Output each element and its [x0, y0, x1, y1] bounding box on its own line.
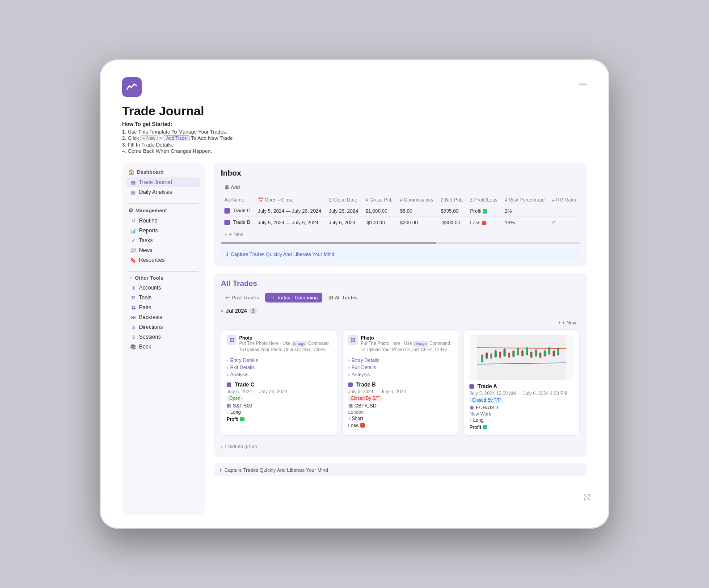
trade-c-exit-details-link[interactable]: › Exit Details — [227, 364, 331, 371]
pair-icon: ▦ — [227, 403, 231, 408]
col-header-commissions: # Commissions — [397, 195, 437, 205]
sidebar-item-tools[interactable]: ⚒ Tools — [127, 293, 200, 302]
hidden-group-row[interactable]: › 1 hidden group — [221, 442, 580, 451]
trade-b-card-name: Trade B — [348, 382, 453, 388]
inbox-new-row-button[interactable]: + + New — [221, 230, 580, 239]
all-trades-section: All Trades ↩ Past Trades → Today · Upcom… — [214, 273, 587, 457]
inbox-scroll-bar[interactable] — [221, 242, 580, 244]
sidebar-item-book[interactable]: 📚 Book — [127, 342, 200, 352]
trade-c-card-name: Trade C — [227, 382, 331, 388]
main-content: Inbox ▦ Add Aa Name — [214, 163, 587, 515]
trade-b-pnl: Loss — [348, 423, 453, 428]
sidebar-item-sessions[interactable]: ⊙ Sessions — [127, 332, 200, 342]
trade-b-entry-details-link[interactable]: › Entry Details — [348, 357, 453, 364]
expand-button[interactable] — [582, 493, 591, 502]
trade-card-c[interactable]: 🖼 Photo Put The Photo Here - Use /Image … — [221, 329, 337, 436]
sidebar-section-other-tools: ··· Other Tools ⊕ Accounts ⚒ Tools ⇆ Pai… — [127, 275, 200, 352]
trade-c-gross-pnl: $1,000.00 — [362, 205, 397, 217]
direction-arrow-icon: ↑ — [227, 409, 229, 415]
house-icon: 🏠 — [128, 169, 135, 175]
trade-b-gross-pnl: -$100.00 — [362, 217, 397, 228]
pair-icon-b: ▦ — [348, 403, 353, 408]
chevron-right-hidden: › — [221, 444, 223, 449]
chevron-right-icon-b1: › — [348, 357, 350, 363]
how-to-step-2: 2. Click + New > Add Trade To Add New Tr… — [122, 135, 587, 141]
chevron-down-icon: ▾ — [221, 309, 223, 314]
sidebar: 🏠 Dashboard ▦ Trade Journal ▤ Daily Anal… — [122, 163, 205, 515]
trade-b-photo-row: 🖼 Photo Put The Photo Here - Use /Image … — [348, 335, 453, 353]
journal-icon: ▦ — [130, 179, 136, 185]
trade-b-close-date: July 6, 2024 — [325, 217, 362, 228]
trade-b-profit-loss: Loss — [466, 217, 501, 228]
resources-icon: 🔖 — [130, 257, 136, 263]
trade-b-pair: ▦ GBP/USD — [348, 403, 453, 408]
scroll-thumb — [221, 242, 436, 244]
how-to-title: How To get Started: — [122, 121, 587, 127]
trade-a-card-name: Trade A — [469, 383, 574, 390]
col-header-open-close: 📅 Open - Close — [254, 195, 325, 205]
trade-c-close-date: July 26, 2024 — [325, 205, 362, 217]
group-header-jul2024: ▾ Jul 2024 3 — [221, 308, 580, 314]
plus-new-icon: + — [558, 320, 561, 325]
gear-icon: ⚙ — [128, 207, 133, 214]
sidebar-item-daily-analysis[interactable]: ▤ Daily Analysis — [127, 187, 200, 197]
trade-c-open-close: July 5, 2024 — July 26, 2024 — [254, 205, 325, 217]
how-to-step-4: 4. Come Back When Changes Happen. — [122, 148, 587, 154]
trade-b-rr-ratio: 2 — [549, 217, 580, 228]
trade-c-profit-loss: Profit — [466, 205, 501, 217]
tab-today-upcoming[interactable]: → Today · Upcoming — [265, 293, 322, 302]
trade-b-open-close: July 5, 2024 — July 6, 2024 — [254, 217, 325, 228]
trade-b-analysis-link[interactable]: › Analysis — [348, 371, 453, 378]
chevron-right-icon: › — [227, 357, 228, 363]
all-trades-tabs: ↩ Past Trades → Today · Upcoming ⊞ All T… — [221, 293, 580, 302]
page-title: Trade Journal — [122, 104, 587, 118]
past-trades-icon: ↩ — [225, 294, 230, 301]
trade-b-exit-details-link[interactable]: › Exit Details — [348, 364, 453, 371]
how-to-step-1: 1. Use This Template To Manage Your Trad… — [122, 129, 587, 134]
trade-c-commissions: $5.00 — [397, 205, 437, 217]
sidebar-item-tasks[interactable]: ✓ Tasks — [127, 235, 200, 245]
sidebar-item-accounts[interactable]: ⊕ Accounts — [127, 283, 200, 293]
col-header-gross-pnl: # Gross PnL — [362, 195, 397, 205]
table-row[interactable]: Trade B July 5, 2024 — July 6, 2024 July… — [221, 217, 580, 228]
trade-c-entry-details-link[interactable]: › Entry Details — [227, 357, 331, 364]
sidebar-item-pairs[interactable]: ⇆ Pairs — [127, 302, 200, 312]
sidebar-item-backtests[interactable]: ⏮ Backtests — [127, 312, 200, 322]
trade-card-a[interactable]: Trade A July 5, 2024 12:00 AM — July 6, … — [464, 329, 580, 436]
trade-b-session: London — [348, 409, 453, 415]
inbox-section: Inbox ▦ Add Aa Name — [214, 163, 587, 267]
trade-c-photo-info: Photo Put The Photo Here - Use /Image Co… — [239, 335, 331, 353]
inbox-add-button[interactable]: ▦ Add — [221, 183, 243, 191]
plus-icon: + — [224, 231, 227, 237]
trade-c-rr-ratio — [549, 205, 580, 217]
sidebar-item-directions[interactable]: ⊙ Directions — [127, 322, 200, 332]
tab-past-trades[interactable]: ↩ Past Trades — [221, 293, 263, 302]
minimize-button[interactable] — [579, 84, 587, 85]
logo-area — [122, 77, 587, 97]
tab-all-trades[interactable]: ⊞ All Trades — [324, 293, 362, 302]
tools-item-icon: ⚒ — [130, 294, 136, 301]
accounts-icon: ⊕ — [130, 285, 136, 291]
add-new-trade-button[interactable]: + + New — [554, 319, 580, 327]
chevron-right-icon-b2: › — [348, 365, 350, 370]
table-row[interactable]: Trade C July 5, 2024 — July 26, 2024 Jul… — [221, 205, 580, 217]
trade-c-status: Open — [227, 395, 243, 401]
sidebar-item-reports[interactable]: 📊 Reports — [127, 226, 200, 235]
trade-a-session: New Work — [469, 411, 574, 416]
sidebar-item-news[interactable]: 📰 News — [127, 245, 200, 255]
trade-c-net-pnl: $995.00 — [437, 205, 466, 217]
trade-c-analysis-link[interactable]: › Analysis — [227, 371, 331, 378]
trade-c-pnl: Profit — [227, 416, 331, 422]
sidebar-item-resources[interactable]: 🔖 Resources — [127, 255, 200, 265]
sidebar-section-other-tools-header: ··· Other Tools — [127, 275, 200, 281]
trades-grid: 🖼 Photo Put The Photo Here - Use /Image … — [221, 329, 580, 436]
trade-c-pair: ▦ S&P 500 — [227, 403, 331, 408]
trade-b-photo-icon: 🖼 — [348, 335, 358, 345]
sidebar-section-management: ⚙ Management ↺ Routine 📊 Reports ✓ Tasks — [127, 207, 200, 265]
other-tools-icon: ··· — [128, 275, 133, 281]
sidebar-item-trade-journal[interactable]: ▦ Trade Journal — [127, 177, 200, 187]
today-upcoming-icon: → — [270, 295, 275, 300]
trade-a-dates: July 5, 2024 12:00 AM — July 6, 2024 4:0… — [469, 391, 574, 396]
trade-card-b[interactable]: 🖼 Photo Put The Photo Here - Use /Image … — [342, 329, 459, 436]
sidebar-item-routine[interactable]: ↺ Routine — [127, 216, 200, 226]
